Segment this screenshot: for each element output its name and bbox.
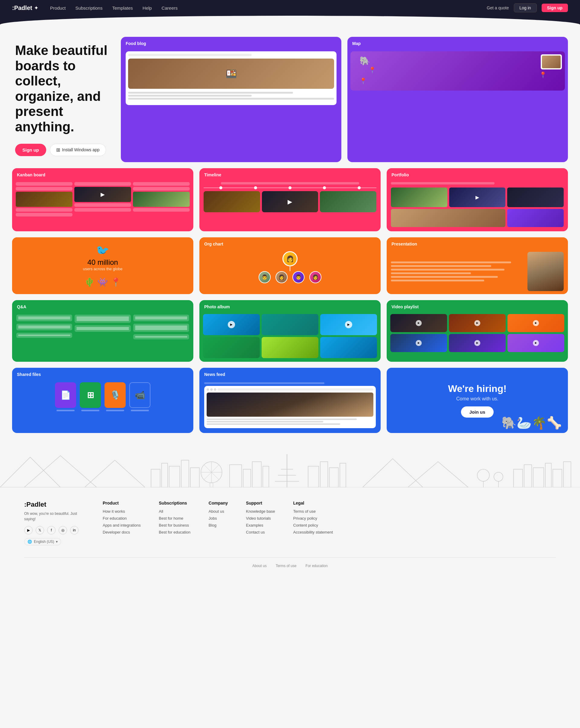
footer-best-education[interactable]: Best for education bbox=[159, 530, 191, 535]
svg-rect-16 bbox=[252, 462, 261, 487]
hiring-title: We're hiring! bbox=[448, 383, 507, 394]
svg-marker-0 bbox=[0, 457, 60, 487]
footer-blog[interactable]: Blog bbox=[209, 523, 228, 527]
pres-line bbox=[391, 269, 504, 270]
pin-icon: 📍 bbox=[110, 277, 121, 287]
pres-line bbox=[391, 272, 471, 274]
language-selector[interactable]: 🌐 English (US) ▾ bbox=[24, 538, 61, 545]
food-blog-browser: 🍱 bbox=[126, 51, 336, 105]
instagram-icon[interactable]: ◎ bbox=[58, 526, 67, 535]
footer-terms-of-use[interactable]: Terms of use bbox=[293, 509, 333, 514]
svg-rect-22 bbox=[308, 466, 319, 487]
footer-bottom-terms[interactable]: Terms of use bbox=[276, 564, 297, 568]
footer-about-us[interactable]: About us bbox=[209, 509, 228, 514]
video-item-4: ▶ bbox=[390, 334, 447, 352]
kanban-item bbox=[16, 182, 73, 186]
footer-col-company: Company About us Jobs Blog bbox=[209, 501, 228, 545]
map-card-image bbox=[542, 56, 561, 68]
footer-developer-docs[interactable]: Developer docs bbox=[103, 530, 141, 535]
video-item-2: ▶ bbox=[449, 314, 506, 332]
qa-col-1 bbox=[16, 315, 72, 341]
install-app-button[interactable]: ⊞ Install Windows app bbox=[50, 144, 106, 156]
footer-accessibility[interactable]: Accessibility statement bbox=[293, 530, 333, 535]
org-tree: 👩 👨 👩 👨 👩 bbox=[204, 251, 376, 283]
footer-col-subscriptions: Subscriptions All Best for home Best for… bbox=[159, 501, 191, 545]
card-map-label: Map bbox=[347, 37, 568, 48]
card-files-label: Shared files bbox=[12, 368, 193, 379]
nav-help[interactable]: Help bbox=[143, 5, 152, 10]
footer-bottom-education[interactable]: For education bbox=[305, 564, 327, 568]
svg-rect-33 bbox=[524, 465, 532, 487]
footer-all[interactable]: All bbox=[159, 509, 191, 514]
kanban-item bbox=[74, 182, 131, 186]
footer-best-business[interactable]: Best for business bbox=[159, 523, 191, 527]
video-play-2: ▶ bbox=[474, 320, 480, 326]
svg-rect-6 bbox=[181, 460, 189, 487]
logo[interactable]: :Padlet ✦ bbox=[12, 4, 38, 11]
kanban-img bbox=[16, 192, 73, 207]
qa-line bbox=[135, 316, 187, 318]
news-line bbox=[207, 421, 323, 422]
footer-bottom: About us Terms of use For education bbox=[24, 557, 556, 568]
monster-icon: 👾 bbox=[97, 277, 108, 287]
get-quote-button[interactable]: Get a quote bbox=[487, 5, 509, 10]
news-browser bbox=[204, 386, 376, 428]
qa-line bbox=[18, 316, 70, 318]
youtube-icon[interactable]: ▶ bbox=[24, 526, 33, 535]
pres-line bbox=[391, 276, 498, 278]
pdf-icon: 📄 bbox=[55, 382, 76, 408]
footer-knowledge-base[interactable]: Knowledge base bbox=[246, 509, 275, 514]
qa-block bbox=[16, 324, 72, 330]
card-video-playlist: Video playlist ▶ ▶ ▶ ▶ ▶ ▶ bbox=[387, 300, 568, 362]
nav-careers[interactable]: Careers bbox=[161, 5, 178, 10]
signup-nav-button[interactable]: Sign up bbox=[541, 4, 568, 12]
windows-icon: ⊞ bbox=[56, 147, 60, 153]
nav-subscriptions[interactable]: Subscriptions bbox=[75, 5, 102, 10]
svg-marker-26 bbox=[362, 459, 423, 487]
qa-line bbox=[76, 318, 129, 319]
timeline-card-1 bbox=[204, 191, 260, 212]
video-play-6: ▶ bbox=[533, 340, 539, 346]
city-svg bbox=[0, 451, 580, 487]
presentation-text bbox=[391, 252, 524, 291]
qa-block bbox=[75, 325, 130, 332]
hero-signup-button[interactable]: Sign up bbox=[15, 144, 46, 156]
footer-contact-us[interactable]: Contact us bbox=[246, 530, 275, 535]
join-us-button[interactable]: Join us bbox=[461, 407, 494, 418]
photo-item-1: ▶ bbox=[203, 314, 260, 335]
nav-product[interactable]: Product bbox=[50, 5, 66, 10]
footer-bottom-about[interactable]: About us bbox=[252, 564, 267, 568]
pres-line bbox=[391, 265, 491, 267]
twitter-icon[interactable]: 𝕏 bbox=[36, 526, 44, 535]
logo-spark: ✦ bbox=[34, 5, 38, 11]
svg-rect-37 bbox=[563, 462, 571, 487]
qa-block bbox=[75, 315, 130, 323]
facebook-icon[interactable]: f bbox=[47, 526, 56, 535]
footer-examples[interactable]: Examples bbox=[246, 523, 275, 527]
footer-video-tutorials[interactable]: Video tutorials bbox=[246, 516, 275, 521]
file-audio: 🎙️ bbox=[104, 382, 126, 411]
card-qa-label: Q&A bbox=[12, 300, 193, 312]
footer-subscriptions-heading: Subscriptions bbox=[159, 501, 191, 505]
card-photo-album: Photo album ▶ ▶ bbox=[199, 300, 381, 362]
svg-rect-32 bbox=[513, 469, 523, 487]
footer-how-it-works[interactable]: How it works bbox=[103, 509, 141, 514]
login-button[interactable]: Log in bbox=[514, 3, 537, 12]
nav-templates[interactable]: Templates bbox=[112, 5, 133, 10]
users-content: 🐦 40 million users across the globe 🌵 👾 … bbox=[77, 238, 129, 293]
qa-line bbox=[76, 329, 129, 330]
video-play-4: ▶ bbox=[416, 340, 422, 346]
mic-icon: 🎙️ bbox=[104, 382, 126, 408]
footer-content-policy[interactable]: Content policy bbox=[293, 523, 333, 527]
video-play-3: ▶ bbox=[533, 320, 539, 326]
hero-buttons: Sign up ⊞ Install Windows app bbox=[15, 144, 112, 156]
footer-jobs[interactable]: Jobs bbox=[209, 516, 228, 521]
footer-apps-integrations[interactable]: Apps and integrations bbox=[103, 523, 141, 527]
card-food-blog: Food blog 🍱 bbox=[121, 37, 342, 162]
footer-best-home[interactable]: Best for home bbox=[159, 516, 191, 521]
footer-for-education[interactable]: For education bbox=[103, 516, 141, 521]
svg-rect-35 bbox=[545, 463, 551, 487]
footer-privacy-policy[interactable]: Privacy policy bbox=[293, 516, 333, 521]
portfolio-content: ▶ bbox=[387, 180, 568, 231]
linkedin-icon[interactable]: in bbox=[70, 526, 79, 535]
